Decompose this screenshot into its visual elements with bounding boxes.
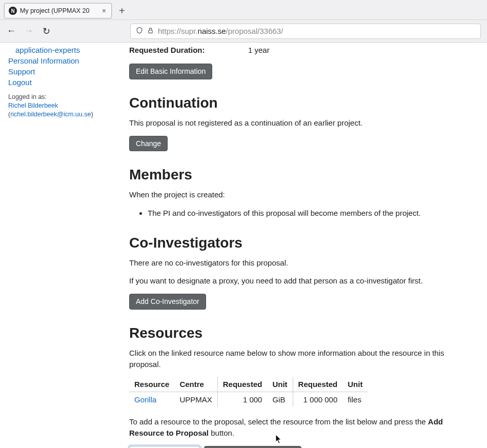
cell-requested-1: 1 000 <box>217 392 267 408</box>
user-name-link[interactable]: Richel Bilderbeek <box>8 102 58 109</box>
sidebar-link-personal-information[interactable]: Personal Information <box>8 55 111 66</box>
sidebar-link-application-experts[interactable]: application-experts <box>15 45 111 55</box>
tab-title: My project (UPPMAX 20 <box>20 7 98 14</box>
browser-tab-bar: N My project (UPPMAX 20 × + <box>0 0 487 19</box>
cell-unit-1: GiB <box>267 392 293 408</box>
resources-heading: Resources <box>129 325 475 341</box>
main-content: Requested Duration: 1 year Edit Basic In… <box>118 43 487 448</box>
sidebar: application-experts Personal Information… <box>0 43 118 448</box>
close-icon[interactable]: × <box>101 7 107 15</box>
browser-toolbar: ← → ↻ https://supr.naiss.se/proposal/336… <box>0 19 487 42</box>
cell-requested-2: 1 000 000 <box>293 392 342 408</box>
coinvestigators-proxy-text: If you want to designate a proxy, you ne… <box>129 275 475 287</box>
col-requested-1: Requested <box>217 377 267 392</box>
shield-icon <box>136 27 143 35</box>
table-row: Gorilla UPPMAX 1 000 GiB 1 000 000 files <box>129 392 368 408</box>
forward-button[interactable]: → <box>24 26 34 36</box>
back-button[interactable]: ← <box>6 26 16 36</box>
url-text: https://supr.naiss.se/proposal/33663/ <box>158 27 475 35</box>
tab-favicon: N <box>9 7 17 15</box>
user-email-link[interactable]: richel.bilderbeek@icm.uu.se <box>10 111 91 118</box>
svg-rect-0 <box>149 30 153 32</box>
continuation-text: This proposal is not registered as a con… <box>129 117 475 129</box>
lock-icon <box>147 27 154 35</box>
add-resource-button[interactable]: Add Resource to Proposal <box>204 446 301 448</box>
members-intro: When the project is created: <box>129 189 475 200</box>
sidebar-link-logout[interactable]: Logout <box>8 77 111 88</box>
new-tab-button[interactable]: + <box>119 6 125 16</box>
change-continuation-button[interactable]: Change <box>129 136 168 152</box>
members-bullet: The PI and co-investigators of this prop… <box>148 208 475 219</box>
members-heading: Members <box>129 167 475 183</box>
col-requested-2: Requested <box>293 377 342 392</box>
col-unit-2: Unit <box>342 377 368 392</box>
sidebar-link-support[interactable]: Support <box>8 66 111 77</box>
requested-duration-value: 1 year <box>248 46 270 54</box>
address-bar[interactable]: https://supr.naiss.se/proposal/33663/ <box>130 24 481 39</box>
edit-basic-information-button[interactable]: Edit Basic Information <box>129 64 212 79</box>
table-header-row: Resource Centre Requested Unit Requested… <box>129 377 368 392</box>
resources-intro: Click on the linked resource name below … <box>129 348 475 370</box>
coinvestigators-none-text: There are no co-investigators for this p… <box>129 257 475 269</box>
col-unit-1: Unit <box>267 377 293 392</box>
reload-button[interactable]: ↻ <box>41 26 51 37</box>
cell-centre: UPPMAX <box>174 392 217 408</box>
coinvestigators-heading: Co-Investigators <box>129 235 475 251</box>
resource-select[interactable]: Pelle @ UPPMAX <box>129 446 200 448</box>
add-resource-instruction: To add a resource to the proposal, selec… <box>129 416 475 439</box>
resources-table: Resource Centre Requested Unit Requested… <box>129 377 368 407</box>
browser-tab[interactable]: N My project (UPPMAX 20 × <box>4 3 112 18</box>
continuation-heading: Continuation <box>129 95 475 111</box>
cell-unit-2: files <box>342 392 368 408</box>
add-coinvestigator-button[interactable]: Add Co-Investigator <box>129 294 206 310</box>
col-centre: Centre <box>174 377 217 392</box>
requested-duration-label: Requested Duration: <box>129 46 248 54</box>
logged-in-label: Logged in as: <box>8 93 47 100</box>
requested-duration-row: Requested Duration: 1 year <box>129 46 475 54</box>
logged-in-block: Logged in as: Richel Bilderbeek (richel.… <box>8 93 111 119</box>
col-resource: Resource <box>129 377 174 392</box>
resource-link[interactable]: Gorilla <box>134 395 156 404</box>
